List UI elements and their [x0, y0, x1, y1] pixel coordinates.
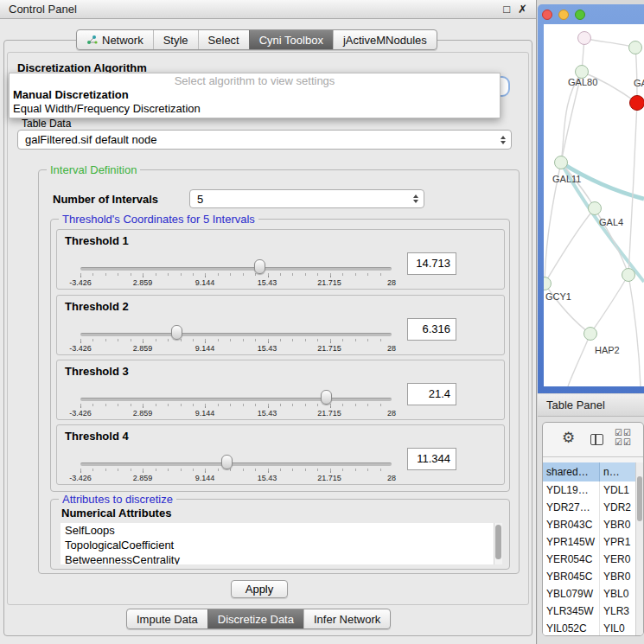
cell: YLR345W [543, 603, 600, 620]
numerical-attributes-label: Numerical Attributes [61, 507, 171, 520]
tab-jactivemodules[interactable]: jActiveMNodules [333, 30, 437, 49]
tick-label: 28 [387, 474, 396, 482]
network-node[interactable] [577, 31, 591, 45]
number-of-intervals-combo[interactable]: 5 [189, 189, 424, 208]
threshold-4-slider-track[interactable] [80, 462, 392, 466]
tab-style[interactable]: Style [153, 30, 198, 49]
control-panel-titlebar: Control Panel □ ✗ [0, 0, 536, 19]
tab-style-label: Style [163, 34, 188, 47]
network-node-gal11[interactable] [554, 156, 568, 169]
list-item[interactable]: BetweennessCentrality [61, 552, 502, 564]
threshold-3-slider-track[interactable] [80, 398, 392, 401]
tab-impute-data[interactable]: Impute Data [127, 609, 207, 628]
threshold-3-label: Threshold 3 [65, 365, 129, 378]
threshold-1-slider-track[interactable] [80, 267, 392, 271]
table-data-combo[interactable]: galFiltered.sif default node [17, 130, 512, 150]
table-data-value: galFiltered.sif default node [25, 131, 156, 150]
cell: YBR0 [600, 516, 635, 533]
scrollbar-thumb[interactable] [495, 525, 501, 559]
network-node[interactable] [622, 268, 635, 282]
tick-label: 21.715 [317, 474, 341, 482]
tick-marks-minor [80, 469, 392, 471]
algorithm-option-manual[interactable]: Manual Discretization [10, 88, 500, 102]
node-label-gal80: GAL80 [568, 77, 597, 87]
attributes-scrollbar[interactable] [494, 523, 502, 564]
threshold-4-slider-thumb[interactable] [221, 455, 233, 469]
number-of-intervals-value: 5 [197, 190, 203, 208]
table-row[interactable]: YPR145WYPR1 [543, 533, 635, 551]
table-row[interactable]: YBR043CYBR0 [543, 516, 635, 533]
tick-label: 28 [387, 409, 396, 418]
thresholds-legend: Threshold's Coordinates for 5 Intervals [59, 213, 258, 226]
threshold-3-value-field[interactable]: 21.4 [407, 383, 456, 405]
tick-label: 15.43 [258, 344, 277, 353]
threshold-3-slider-thumb[interactable] [321, 390, 332, 405]
close-traffic-light[interactable] [542, 10, 552, 20]
table-row[interactable]: YLR345WYLR3 [543, 603, 635, 620]
tab-cyni-toolbox[interactable]: Cyni Toolbox [249, 30, 333, 49]
algorithm-option-equal-width[interactable]: Equal Width/Frequency Discretization [10, 102, 500, 116]
threshold-4-value-field[interactable]: 11.344 [407, 448, 456, 470]
tick-label: 21.715 [317, 278, 341, 287]
attributes-legend: Attributes to discretize [59, 493, 176, 506]
column-header-shared[interactable]: shared… [543, 462, 600, 481]
network-node[interactable] [628, 41, 642, 54]
threshold-1-value-field[interactable]: 14.713 [407, 252, 456, 275]
minimize-traffic-light[interactable] [558, 10, 569, 20]
cyni-mode-tabs: Impute Data Discretize Data Infer Networ… [126, 609, 391, 629]
table-scrollbar[interactable] [635, 462, 643, 635]
select-columns-icon[interactable]: ☑☑☑☑ [615, 428, 632, 447]
tick-label: 2.859 [133, 409, 153, 418]
threshold-2-label: Threshold 2 [65, 300, 129, 313]
tab-infer-network[interactable]: Infer Network [303, 609, 390, 628]
tick-label: 15.43 [258, 474, 277, 482]
network-node-gal4[interactable] [588, 201, 602, 215]
table-row[interactable]: YDL19…YDL1 [543, 481, 635, 499]
tab-select[interactable]: Select [198, 30, 249, 49]
threshold-1-slider-thumb[interactable] [254, 259, 265, 274]
table-row[interactable]: YER054CYER0 [543, 551, 635, 568]
window-title: Control Panel [9, 3, 77, 16]
cell: YDR27… [543, 499, 600, 516]
threshold-2-slider-track[interactable] [80, 333, 392, 336]
zoom-traffic-light[interactable] [575, 10, 585, 20]
threshold-1-label: Threshold 1 [65, 234, 129, 247]
columns-icon[interactable] [590, 434, 603, 445]
tick-label: -3.426 [69, 344, 92, 353]
table-header-row: shared… n… [543, 462, 635, 481]
network-window-titlebar[interactable] [538, 4, 644, 24]
interval-definition-group: Interval Definition Number of Intervals … [38, 169, 520, 574]
float-window-button[interactable]: □ [503, 3, 510, 16]
tab-network[interactable]: Network [77, 30, 153, 49]
network-node-hap2[interactable] [583, 327, 597, 341]
attributes-group: Attributes to discretize Numerical Attri… [50, 499, 510, 570]
tab-jactivemodules-label: jActiveMNodules [343, 34, 427, 47]
tab-discretize-data[interactable]: Discretize Data [207, 609, 303, 628]
network-node-selected-red[interactable] [629, 95, 644, 111]
column-header-name[interactable]: n… [600, 462, 635, 481]
tick-label: 9.144 [195, 344, 215, 353]
threshold-1-group: Threshold 1 -3.426 2.859 9.144 15.43 21.… [56, 229, 505, 290]
threshold-2-value-field[interactable]: 6.316 [407, 318, 456, 341]
scrollbar-thumb[interactable] [637, 476, 642, 521]
network-canvas[interactable]: GAL80 GA GAL11 GAL4 GCY1 HAP2 [544, 24, 644, 386]
list-item[interactable]: TopologicalCoefficient [61, 538, 502, 552]
gear-icon[interactable]: ⚙ [562, 429, 575, 447]
network-view-window: GAL80 GA GAL11 GAL4 GCY1 HAP2 [538, 4, 644, 393]
cell: YER0 [600, 551, 635, 568]
threshold-2-slider-thumb[interactable] [171, 325, 182, 340]
tick-marks-minor [80, 339, 392, 341]
apply-button[interactable]: Apply [231, 580, 288, 598]
table-panel: Table Panel ⚙ ☑☑☑☑ shared… n… YDL19…YDL1… [538, 394, 644, 644]
table-row[interactable]: YDR27…YDR2 [543, 499, 635, 516]
cell: YBR0 [600, 568, 635, 585]
numerical-attributes-list: SelfLoops TopologicalCoefficient Between… [61, 523, 502, 564]
list-item[interactable]: SelfLoops [61, 523, 502, 538]
tick-label: -3.426 [69, 409, 92, 418]
tick-label: 2.859 [133, 474, 153, 482]
table-row[interactable]: YIL052CYIL0 [543, 620, 635, 636]
table-row[interactable]: YBR045CYBR0 [543, 568, 635, 585]
close-window-button[interactable]: ✗ [518, 3, 527, 16]
algorithm-dropdown-popup: Select algorithm to view settings Manual… [9, 73, 501, 118]
table-row[interactable]: YBL079WYBL0 [543, 585, 635, 603]
